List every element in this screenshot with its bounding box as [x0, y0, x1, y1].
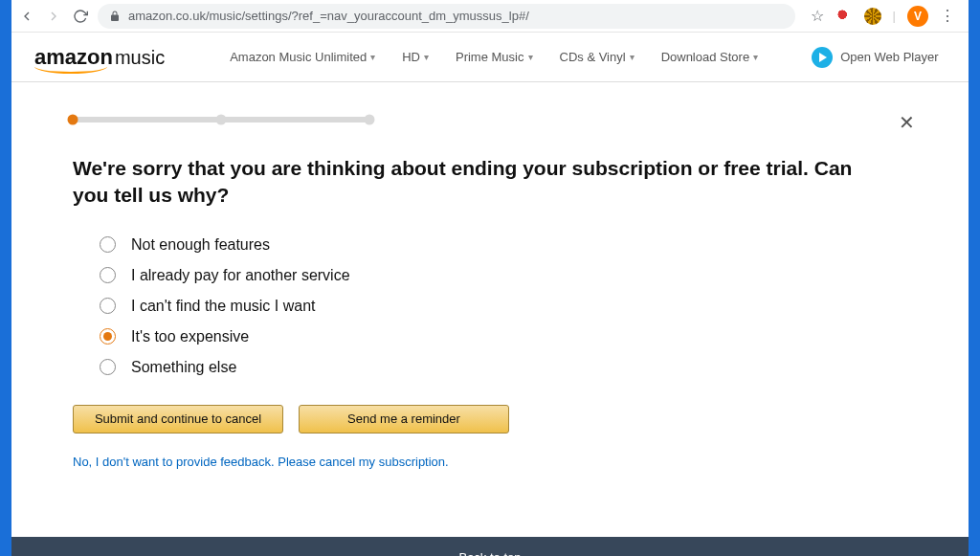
site-header: amazon music Amazon Music Unlimited▾ HD▾…	[11, 33, 969, 82]
radio-icon	[100, 267, 116, 283]
url-text: amazon.co.uk/music/settings/?ref_=nav_yo…	[128, 9, 529, 23]
lock-icon	[109, 11, 121, 22]
chevron-down-icon: ▾	[630, 52, 635, 62]
address-bar[interactable]: amazon.co.uk/music/settings/?ref_=nav_yo…	[98, 4, 795, 29]
chevron-down-icon: ▾	[528, 52, 533, 62]
star-icon[interactable]: ☆	[811, 7, 824, 25]
chevron-down-icon: ▾	[370, 52, 375, 62]
cancel-option[interactable]: Something else	[100, 359, 888, 376]
radio-icon	[100, 359, 116, 375]
radio-icon	[100, 328, 116, 345]
cancel-flow-panel: ✕ We're sorry that you are thinking abou…	[11, 82, 949, 508]
nav-hd[interactable]: HD▾	[402, 50, 429, 64]
back-to-top-button[interactable]: Back to top	[11, 537, 969, 556]
nav-cds-vinyl[interactable]: CDs & Vinyl▾	[560, 50, 635, 64]
browser-toolbar: amazon.co.uk/music/settings/?ref_=nav_yo…	[11, 0, 969, 33]
back-icon[interactable]	[19, 9, 34, 24]
chevron-down-icon: ▾	[753, 52, 758, 62]
primary-nav: Amazon Music Unlimited▾ HD▾ Prime Music▾…	[230, 50, 758, 64]
cancel-option[interactable]: I can't find the music I want	[100, 298, 888, 315]
chevron-down-icon: ▾	[424, 52, 429, 62]
reload-icon[interactable]	[73, 9, 88, 24]
play-icon	[812, 47, 833, 68]
kebab-menu-icon[interactable]: ⋮	[940, 7, 955, 25]
nav-download-store[interactable]: Download Store▾	[661, 50, 759, 64]
skip-feedback-link[interactable]: No, I don't want to provide feedback. Pl…	[73, 455, 449, 469]
cancel-reason-options: Not enough features I already pay for an…	[100, 236, 888, 376]
cancel-option[interactable]: Not enough features	[100, 236, 888, 254]
open-web-player-button[interactable]: Open Web Player	[812, 47, 938, 68]
submit-cancel-button[interactable]: Submit and continue to cancel	[73, 405, 283, 434]
close-icon[interactable]: ✕	[899, 111, 915, 134]
progress-bar	[73, 117, 369, 122]
send-reminder-button[interactable]: Send me a reminder	[299, 405, 509, 434]
progress-step-3	[365, 115, 375, 125]
progress-step-1	[68, 115, 78, 125]
cancel-option[interactable]: I already pay for another service	[100, 267, 888, 284]
cancel-option[interactable]: It's too expensive	[100, 328, 888, 345]
nav-prime-music[interactable]: Prime Music▾	[456, 50, 533, 64]
radio-icon	[100, 298, 116, 314]
extension-icon-1[interactable]	[835, 8, 853, 25]
radio-icon	[100, 236, 116, 253]
page-body: amazon music Amazon Music Unlimited▾ HD▾…	[11, 33, 969, 556]
profile-avatar[interactable]: V	[907, 6, 928, 27]
extension-icon-2[interactable]	[864, 8, 881, 25]
amazon-music-logo[interactable]: amazon music	[34, 45, 165, 70]
nav-amazon-music-unlimited[interactable]: Amazon Music Unlimited▾	[230, 50, 375, 64]
progress-step-2	[216, 115, 227, 125]
cancel-heading: We're sorry that you are thinking about …	[73, 155, 886, 210]
forward-icon[interactable]	[46, 9, 61, 24]
